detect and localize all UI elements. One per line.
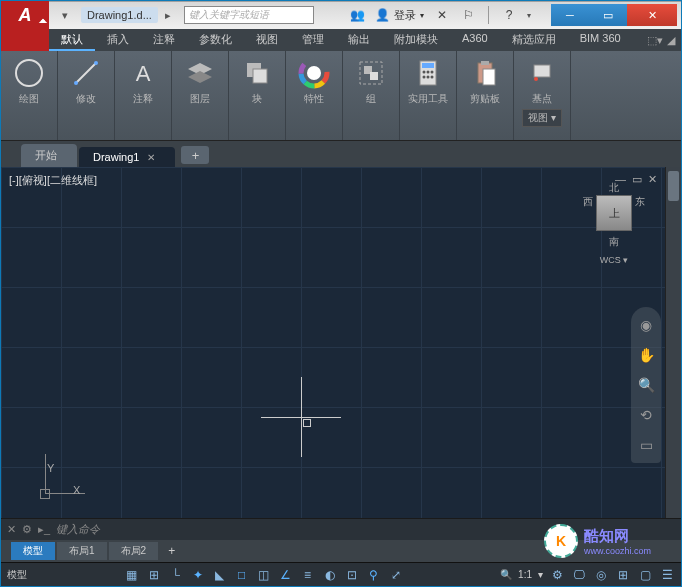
annotation-icon[interactable]: ⚲ — [366, 567, 382, 583]
group-icon — [355, 57, 387, 89]
status-model-label[interactable]: 模型 — [7, 568, 27, 582]
panel-clipboard: 剪贴板 — [457, 51, 514, 140]
login-button[interactable]: 👤 登录 ▾ — [375, 8, 424, 23]
properties-button[interactable] — [294, 55, 334, 91]
polar-icon[interactable]: ✦ — [190, 567, 206, 583]
ribbon-minimize-icon[interactable]: ◢ — [667, 34, 675, 47]
isodraft-icon[interactable]: ◣ — [212, 567, 228, 583]
clipboard-button[interactable] — [465, 55, 505, 91]
tab-a360[interactable]: A360 — [450, 29, 500, 51]
share-icon[interactable]: ⚐ — [460, 7, 476, 23]
panel-sublabel[interactable]: 视图 ▾ — [522, 109, 562, 127]
close-button[interactable]: ✕ — [627, 4, 677, 26]
cmd-customize-icon[interactable]: ⚙ — [22, 523, 32, 536]
tab-drawing1[interactable]: Drawing1 ✕ — [79, 147, 175, 167]
nav-wheel-icon[interactable]: ◉ — [636, 315, 656, 335]
draw-button[interactable] — [9, 55, 49, 91]
workspace-icon[interactable]: ⚙ — [549, 567, 565, 583]
vp-close-icon[interactable]: ✕ — [648, 173, 657, 186]
svg-text:A: A — [136, 61, 151, 86]
command-input[interactable]: 键入命令 — [56, 522, 100, 537]
canvas[interactable]: [-][俯视][二维线框] — ▭ ✕ 北 西 东 上 南 WCS ▾ ◉ — [1, 167, 665, 518]
titlebar-right: 👥 👤 登录 ▾ ✕ ⚐ ? ▾ ─ ▭ ✕ — [350, 4, 681, 26]
panel-label: 实用工具 — [408, 91, 448, 107]
help-icon[interactable]: ? — [501, 7, 517, 23]
svg-point-12 — [307, 66, 321, 80]
viewcube-face[interactable]: 上 — [596, 195, 632, 231]
annoscale-icon[interactable]: 🔍 — [500, 569, 512, 580]
nav-pan-icon[interactable]: ✋ — [636, 345, 656, 365]
help-dropdown-icon[interactable]: ▾ — [527, 11, 531, 20]
tab-model[interactable]: 模型 — [11, 542, 55, 560]
minimize-button[interactable]: ─ — [551, 4, 589, 26]
panel-label: 修改 — [66, 91, 106, 107]
osnap-icon[interactable]: □ — [234, 567, 250, 583]
panel-label: 图层 — [180, 91, 220, 107]
lineweight-icon[interactable]: ≡ — [300, 567, 316, 583]
scale-dropdown-icon[interactable]: ▾ — [538, 569, 543, 580]
panel-label: 绘图 — [9, 91, 49, 107]
tab-layout1[interactable]: 布局1 — [57, 542, 107, 560]
annotate-button[interactable]: A — [123, 55, 163, 91]
app-logo[interactable]: A — [1, 1, 49, 29]
grid-icon[interactable]: ▦ — [124, 567, 140, 583]
viewcube[interactable]: 北 西 东 上 南 WCS ▾ — [579, 181, 649, 265]
otrack-icon[interactable]: ∠ — [278, 567, 294, 583]
isolate-icon[interactable]: ◎ — [593, 567, 609, 583]
modify-button[interactable] — [66, 55, 106, 91]
tab-view[interactable]: 视图 — [244, 29, 290, 51]
document-title[interactable]: Drawing1.d... — [81, 7, 158, 23]
tab-close-icon[interactable]: ✕ — [147, 152, 155, 163]
separator — [488, 6, 489, 24]
ortho-icon[interactable]: └ — [168, 567, 184, 583]
new-tab-button[interactable]: + — [181, 146, 209, 164]
svg-point-28 — [534, 77, 538, 81]
cleanscreen-icon[interactable]: ▢ — [637, 567, 653, 583]
hardware-icon[interactable]: ⊞ — [615, 567, 631, 583]
svg-rect-15 — [370, 72, 378, 80]
svg-rect-6 — [253, 69, 267, 83]
layers-button[interactable] — [180, 55, 220, 91]
monitor-icon[interactable]: 🖵 — [571, 567, 587, 583]
panel-properties: 特性 — [286, 51, 343, 140]
doc-dropdown-icon[interactable]: ▸ — [160, 7, 176, 23]
basepoint-button[interactable] — [522, 55, 562, 91]
customize-icon[interactable]: ☰ — [659, 567, 675, 583]
tab-output[interactable]: 输出 — [336, 29, 382, 51]
scale-label[interactable]: 1:1 — [518, 569, 532, 580]
3dosnap-icon[interactable]: ◫ — [256, 567, 272, 583]
maximize-button[interactable]: ▭ — [589, 4, 627, 26]
tab-parametric[interactable]: 参数化 — [187, 29, 244, 51]
block-button[interactable] — [237, 55, 277, 91]
wcs-label[interactable]: WCS ▾ — [579, 255, 649, 265]
cmd-close-icon[interactable]: ✕ — [7, 523, 16, 536]
tab-addins[interactable]: 附加模块 — [382, 29, 450, 51]
vertical-scrollbar[interactable] — [665, 167, 681, 518]
tab-bim360[interactable]: BIM 360 — [568, 29, 633, 51]
qat-dropdown-icon[interactable]: ▾ — [57, 7, 73, 23]
snap-icon[interactable]: ⊞ — [146, 567, 162, 583]
tab-insert[interactable]: 插入 — [95, 29, 141, 51]
add-layout-button[interactable]: + — [160, 542, 183, 560]
nav-orbit-icon[interactable]: ⟲ — [636, 405, 656, 425]
tab-featured[interactable]: 精选应用 — [500, 29, 568, 51]
cycling-icon[interactable]: ⊡ — [344, 567, 360, 583]
utilities-button[interactable] — [408, 55, 448, 91]
panel-cycle-icon[interactable]: ⬚▾ — [647, 34, 663, 47]
transparency-icon[interactable]: ◐ — [322, 567, 338, 583]
tab-manage[interactable]: 管理 — [290, 29, 336, 51]
exchange-icon[interactable]: ✕ — [434, 7, 450, 23]
tab-start[interactable]: 开始 — [21, 144, 77, 167]
block-icon — [241, 57, 273, 89]
autoscale-icon[interactable]: ⤢ — [388, 567, 404, 583]
svg-rect-27 — [534, 65, 550, 77]
logo-spacer — [1, 29, 49, 51]
tab-layout2[interactable]: 布局2 — [109, 542, 159, 560]
nav-showui-icon[interactable]: ▭ — [636, 435, 656, 455]
tab-annotate[interactable]: 注释 — [141, 29, 187, 51]
search-input[interactable]: 键入关键字或短语 — [184, 6, 314, 24]
nav-zoom-icon[interactable]: 🔍 — [636, 375, 656, 395]
viewport-label[interactable]: [-][俯视][二维线框] — [9, 173, 97, 188]
tab-default[interactable]: 默认 — [49, 29, 95, 51]
group-button[interactable] — [351, 55, 391, 91]
